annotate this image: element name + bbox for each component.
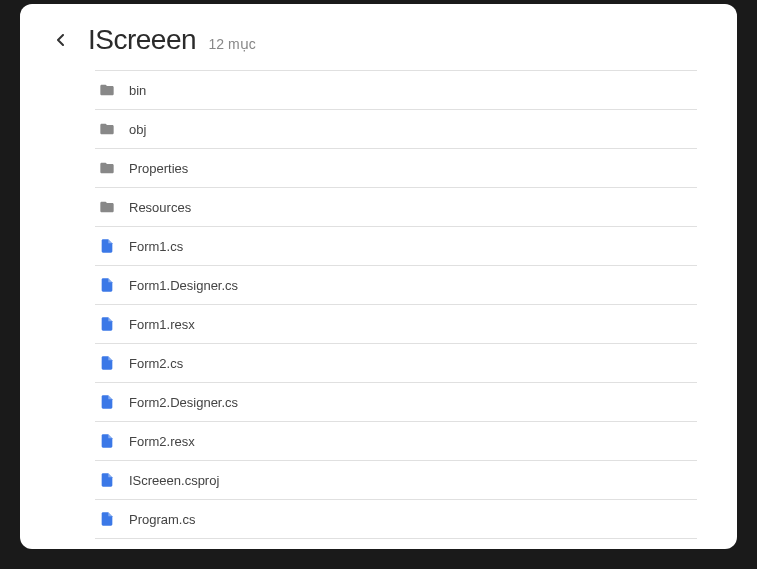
- item-name: obj: [129, 122, 146, 137]
- file-icon: [99, 355, 115, 371]
- header-row: IScreeen 12 mục: [50, 24, 697, 70]
- file-icon: [99, 316, 115, 332]
- file-icon: [99, 472, 115, 488]
- item-name: Form1.cs: [129, 239, 183, 254]
- file-icon: [99, 433, 115, 449]
- file-icon: [99, 394, 115, 410]
- list-item[interactable]: Properties: [95, 148, 697, 187]
- item-name: Resources: [129, 200, 191, 215]
- file-icon: [99, 277, 115, 293]
- list-item[interactable]: Form1.resx: [95, 304, 697, 343]
- file-icon: [99, 511, 115, 527]
- item-count: 12 mục: [209, 36, 256, 52]
- back-button[interactable]: [50, 30, 70, 50]
- list-item[interactable]: bin: [95, 70, 697, 109]
- item-name: Form2.Designer.cs: [129, 395, 238, 410]
- list-item[interactable]: Form2.cs: [95, 343, 697, 382]
- item-name: Program.cs: [129, 512, 195, 527]
- file-list: binobjPropertiesResourcesForm1.csForm1.D…: [95, 70, 697, 539]
- list-item[interactable]: Form2.Designer.cs: [95, 382, 697, 421]
- list-item[interactable]: Form1.cs: [95, 226, 697, 265]
- file-browser-panel: IScreeen 12 mục binobjPropertiesResource…: [20, 4, 737, 549]
- list-item[interactable]: Form1.Designer.cs: [95, 265, 697, 304]
- list-item[interactable]: IScreeen.csproj: [95, 460, 697, 499]
- title-group: IScreeen 12 mục: [88, 24, 256, 56]
- item-name: Form2.cs: [129, 356, 183, 371]
- item-name: Properties: [129, 161, 188, 176]
- folder-icon: [99, 82, 115, 98]
- folder-title: IScreeen: [88, 24, 196, 55]
- item-name: bin: [129, 83, 146, 98]
- item-name: Form1.resx: [129, 317, 195, 332]
- list-item[interactable]: obj: [95, 109, 697, 148]
- folder-icon: [99, 199, 115, 215]
- chevron-left-icon: [56, 34, 64, 46]
- item-name: Form2.resx: [129, 434, 195, 449]
- list-item[interactable]: Resources: [95, 187, 697, 226]
- folder-icon: [99, 121, 115, 137]
- list-item[interactable]: Program.cs: [95, 499, 697, 539]
- list-item[interactable]: Form2.resx: [95, 421, 697, 460]
- file-icon: [99, 238, 115, 254]
- item-name: Form1.Designer.cs: [129, 278, 238, 293]
- item-name: IScreeen.csproj: [129, 473, 219, 488]
- folder-icon: [99, 160, 115, 176]
